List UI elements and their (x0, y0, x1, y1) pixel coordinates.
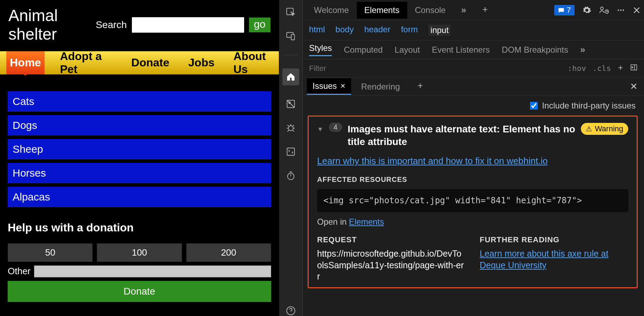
further-reading-column: FURTHER READING Learn more about this ax… (480, 235, 629, 282)
crumb-header[interactable]: header (364, 25, 390, 36)
amount-100-button[interactable]: 100 (97, 243, 182, 262)
drawer-tab-rendering[interactable]: Rendering (355, 79, 405, 94)
donate-button[interactable]: Donate (8, 281, 271, 302)
warning-badge: ⚠ Warning (581, 123, 628, 135)
nav-donate[interactable]: Donate (128, 51, 173, 74)
svg-point-9 (601, 7, 603, 10)
open-in-row: Open in Elements (317, 217, 628, 227)
bug-icon[interactable] (286, 123, 296, 133)
new-style-rule-button[interactable] (617, 64, 624, 73)
close-devtools-button[interactable] (633, 6, 640, 14)
amount-50-button[interactable]: 50 (8, 243, 93, 262)
more-subtabs-chevron-icon[interactable]: » (580, 44, 585, 55)
issues-count-badge[interactable]: 7 (554, 5, 575, 15)
help-icon[interactable] (286, 305, 296, 316)
include-third-party-row: Include third-party issues (303, 96, 644, 116)
website-pane: Animal shelter Search go Home Adopt a Pe… (0, 0, 279, 316)
cls-toggle[interactable]: .cls (592, 64, 611, 73)
search-label: Search (96, 19, 127, 31)
tab-welcome[interactable]: Welcome (306, 2, 357, 19)
more-tabs-chevron-icon[interactable]: » (454, 1, 474, 19)
svg-point-12 (620, 9, 622, 11)
more-options-icon[interactable] (617, 6, 625, 14)
site-header: Animal shelter Search go (0, 0, 279, 44)
crumb-input[interactable]: input (428, 25, 451, 36)
add-tab-button[interactable] (474, 2, 496, 19)
other-label: Other (8, 266, 31, 277)
subtab-styles[interactable]: Styles (309, 43, 332, 56)
open-in-prefix: Open in (317, 217, 349, 226)
other-amount-input[interactable] (34, 265, 271, 277)
request-column: REQUEST https://microsoftedge.github.io/… (317, 235, 466, 282)
other-amount-row: Other (8, 265, 271, 277)
further-reading-link[interactable]: Learn more about this axe rule at Deque … (480, 249, 609, 270)
further-reading-heading: FURTHER READING (480, 235, 629, 244)
tab-console[interactable]: Console (407, 2, 454, 19)
amount-200-button[interactable]: 200 (186, 243, 271, 262)
site-title: Animal shelter (8, 6, 96, 44)
open-in-elements-link[interactable]: Elements (349, 217, 384, 226)
subtab-layout[interactable]: Layout (395, 45, 420, 55)
svg-rect-2 (291, 34, 294, 40)
list-item[interactable]: Horses (8, 163, 271, 183)
devtools-main-tabs: Welcome Elements Console » 7 (303, 0, 644, 20)
svg-rect-6 (287, 148, 295, 156)
subtab-event-listeners[interactable]: Event Listeners (432, 45, 490, 55)
styles-filter-row: :hov .cls (303, 59, 644, 78)
list-item[interactable]: Dogs (8, 115, 271, 136)
affected-resources-heading: AFFECTED RESOURCES (317, 176, 628, 184)
issue-header: ▼ 4 Images must have alternate text: Ele… (317, 123, 628, 149)
learn-more-link[interactable]: Learn why this is important and how to f… (317, 156, 628, 166)
request-url: https://microsoftedge.github.io/DevTools… (317, 248, 466, 282)
donation-section: Help us with a donation 50 100 200 Other… (0, 207, 279, 302)
list-item[interactable]: Cats (8, 91, 271, 112)
donation-heading: Help us with a donation (8, 221, 271, 234)
animal-list: Cats Dogs Sheep Horses Alpacas (0, 74, 279, 207)
image-off-icon[interactable] (286, 99, 296, 109)
issue-columns: REQUEST https://microsoftedge.github.io/… (317, 235, 628, 282)
tab-elements[interactable]: Elements (357, 2, 407, 19)
nav-adopt[interactable]: Adopt a Pet (56, 51, 116, 74)
crumb-form[interactable]: form (401, 25, 418, 36)
devtools-activity-bar (279, 0, 303, 316)
drawer-tab-issues[interactable]: Issues ✕ (307, 78, 351, 95)
toggle-sidebar-icon[interactable] (630, 64, 638, 73)
main-nav: Home Adopt a Pet Donate Jobs About Us (0, 51, 279, 74)
svg-point-11 (618, 9, 619, 11)
gear-icon[interactable] (582, 6, 591, 15)
issue-count-pill: 4 (329, 123, 342, 132)
affected-code-snippet: <img src="photos/cat.jpg" width="841" he… (317, 189, 628, 212)
subtab-dom-breakpoints[interactable]: DOM Breakpoints (502, 45, 568, 55)
drawer-tabs: Issues ✕ Rendering ✕ (303, 78, 644, 96)
hov-toggle[interactable]: :hov (568, 64, 586, 73)
list-item[interactable]: Alpacas (8, 187, 271, 207)
dom-breadcrumbs: html body header form input (303, 20, 644, 40)
device-emulation-icon[interactable] (286, 31, 296, 41)
crumb-body[interactable]: body (335, 25, 354, 36)
close-issues-tab-icon[interactable]: ✕ (340, 82, 346, 90)
issues-count: 7 (567, 6, 571, 15)
svg-point-13 (623, 9, 624, 11)
styles-filter-input[interactable] (309, 64, 561, 73)
stopwatch-icon[interactable] (286, 170, 296, 181)
nav-home[interactable]: Home (6, 51, 45, 74)
home-icon[interactable] (282, 68, 299, 85)
nav-about[interactable]: About Us (230, 51, 279, 74)
crumb-html[interactable]: html (309, 25, 325, 36)
collapse-toggle-icon[interactable]: ▼ (317, 126, 323, 133)
amount-buttons: 50 100 200 (8, 243, 271, 262)
inspect-icon[interactable] (286, 7, 296, 18)
list-item[interactable]: Sheep (8, 139, 271, 159)
include-third-party-label: Include third-party issues (542, 101, 636, 111)
separator (284, 55, 298, 55)
include-third-party-checkbox[interactable] (530, 102, 538, 110)
search-go-button[interactable]: go (249, 18, 270, 32)
close-drawer-button[interactable]: ✕ (630, 81, 638, 92)
send-feedback-icon[interactable] (599, 6, 609, 15)
search-input[interactable] (132, 17, 244, 33)
add-drawer-tab-button[interactable] (417, 82, 424, 91)
subtab-computed[interactable]: Computed (344, 45, 383, 55)
toggle-icon[interactable] (286, 146, 296, 157)
svg-point-5 (288, 126, 293, 131)
nav-jobs[interactable]: Jobs (185, 51, 218, 74)
